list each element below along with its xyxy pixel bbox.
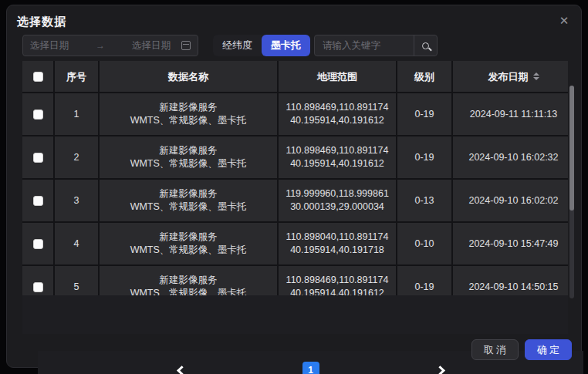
row-published: 2024-09-10 16:02:02 xyxy=(453,180,568,221)
search-input[interactable]: 请输入关键字 xyxy=(315,39,414,52)
search-box: 请输入关键字 xyxy=(314,35,438,56)
date-start-input[interactable]: 选择日期 xyxy=(30,39,69,52)
col-header-level: 级别 xyxy=(397,61,451,92)
row-checkbox-cell xyxy=(22,223,53,264)
select-data-dialog: 选择数据 ✕ 选择日期 → 选择日期 经纬度 墨卡托 请输入关键字 序 xyxy=(6,5,582,368)
row-level: 0-13 xyxy=(397,180,451,221)
row-checkbox[interactable] xyxy=(33,110,43,120)
table-row: 2 新建影像服务 WMTS、常规影像、墨卡托 110.898469,110.89… xyxy=(22,136,568,178)
table-header-row: 序号 数据名称 地理范围 级别 发布日期 xyxy=(22,61,568,92)
page-number-current[interactable]: 1 xyxy=(302,362,319,374)
table-scrollbar-thumb[interactable] xyxy=(569,86,574,211)
dialog-footer: 取消 确定 xyxy=(471,339,572,360)
col-header-name: 数据名称 xyxy=(100,61,277,92)
row-checkbox-cell xyxy=(22,93,53,135)
search-icon xyxy=(422,42,429,49)
row-level: 0-19 xyxy=(397,266,451,295)
row-extent-line2: 40.195914,40.191612 xyxy=(290,114,384,127)
projection-option-mercator[interactable]: 墨卡托 xyxy=(262,35,310,56)
row-name-line1: 新建影像服务 xyxy=(160,231,218,244)
col-header-index: 序号 xyxy=(55,61,98,92)
search-button[interactable] xyxy=(414,35,437,56)
date-range-picker[interactable]: 选择日期 → 选择日期 xyxy=(22,35,198,56)
row-extent: 110.898469,110.891174 40.195914,40.19161… xyxy=(279,93,396,135)
row-name: 新建影像服务 WMTS、常规影像、墨卡托 xyxy=(100,223,277,264)
row-published: 2024-09-10 14:50:15 xyxy=(453,266,568,295)
confirm-button[interactable]: 确定 xyxy=(525,339,572,360)
select-all-cell xyxy=(22,61,53,92)
row-extent-line1: 110.898469,110.891174 xyxy=(286,274,389,287)
row-name-line1: 新建影像服务 xyxy=(160,101,218,114)
row-published: 2024-09-11 11:11:13 xyxy=(453,93,568,135)
table-panel: 序号 数据名称 地理范围 级别 发布日期 1 新建影像服务 WMTS、常规影像、… xyxy=(22,61,568,334)
toolbar: 选择日期 → 选择日期 经纬度 墨卡托 请输入关键字 xyxy=(22,35,438,56)
row-checkbox[interactable] xyxy=(33,282,43,292)
row-name: 新建影像服务 WMTS、常规影像、墨卡托 xyxy=(100,266,277,295)
dialog-title: 选择数据 xyxy=(17,15,66,29)
row-index: 2 xyxy=(55,136,98,178)
sort-icon[interactable] xyxy=(533,72,539,80)
row-extent-line1: 110.898469,110.891174 xyxy=(286,144,389,157)
table-row: 3 新建影像服务 WMTS、常规影像、墨卡托 119.999960,118.99… xyxy=(22,180,568,221)
row-level: 0-10 xyxy=(397,223,451,264)
select-all-checkbox[interactable] xyxy=(33,72,43,82)
row-name-line2: WMTS、常规影像、墨卡托 xyxy=(130,114,247,127)
row-checkbox[interactable] xyxy=(33,239,43,249)
row-name-line2: WMTS、常规影像、墨卡托 xyxy=(130,157,247,170)
table-row: 4 新建影像服务 WMTS、常规影像、墨卡托 110.898040,110.89… xyxy=(22,223,568,264)
table-row: 5 新建影像服务 WMTS、常规影像、墨卡托 110.898469,110.89… xyxy=(22,266,568,295)
row-extent: 110.898040,110.891174 40.195914,40.19171… xyxy=(279,223,396,264)
row-index: 4 xyxy=(55,223,98,264)
row-extent: 110.898469,110.891174 40.195914,40.19161… xyxy=(279,266,396,295)
col-header-published[interactable]: 发布日期 xyxy=(453,61,568,92)
chevron-right-icon xyxy=(435,366,445,374)
row-name: 新建影像服务 WMTS、常规影像、墨卡托 xyxy=(100,93,277,135)
col-header-published-label: 发布日期 xyxy=(488,70,529,83)
next-page-button[interactable] xyxy=(433,362,450,374)
row-checkbox[interactable] xyxy=(33,153,43,163)
row-extent-line2: 30.000139,29.000034 xyxy=(290,200,384,214)
calendar-icon xyxy=(181,41,191,50)
row-published: 2024-09-10 15:47:49 xyxy=(453,223,568,264)
row-name-line2: WMTS、常规影像、墨卡托 xyxy=(130,200,247,214)
row-extent-line2: 40.195914,40.191612 xyxy=(290,287,384,295)
row-name-line1: 新建影像服务 xyxy=(160,274,218,287)
row-index: 3 xyxy=(55,180,98,221)
cancel-button[interactable]: 取消 xyxy=(471,339,519,360)
date-range-arrow: → xyxy=(69,40,132,51)
row-level: 0-19 xyxy=(397,136,451,178)
chevron-left-icon xyxy=(177,366,187,374)
row-checkbox-cell xyxy=(22,266,53,295)
row-name-line1: 新建影像服务 xyxy=(160,187,218,200)
row-extent-line1: 119.999960,118.999861 xyxy=(286,187,389,200)
row-extent: 119.999960,118.999861 30.000139,29.00003… xyxy=(279,180,396,221)
row-level: 0-19 xyxy=(397,93,451,135)
row-name: 新建影像服务 WMTS、常规影像、墨卡托 xyxy=(100,180,277,221)
row-index: 5 xyxy=(55,266,98,295)
row-extent-line1: 110.898469,110.891174 xyxy=(286,101,389,114)
row-name-line2: WMTS、常规影像、墨卡托 xyxy=(130,244,247,257)
row-checkbox-cell xyxy=(22,136,53,178)
row-extent: 110.898469,110.891174 40.195914,40.19161… xyxy=(279,136,396,178)
row-name: 新建影像服务 WMTS、常规影像、墨卡托 xyxy=(100,136,277,178)
close-icon[interactable]: ✕ xyxy=(556,13,572,29)
row-name-line1: 新建影像服务 xyxy=(160,144,218,157)
col-header-extent: 地理范围 xyxy=(279,61,396,92)
prev-page-button[interactable] xyxy=(172,362,189,374)
projection-option-latlon[interactable]: 经纬度 xyxy=(213,35,262,56)
row-extent-line2: 40.195914,40.191718 xyxy=(290,244,384,257)
row-checkbox[interactable] xyxy=(33,196,43,206)
data-table: 序号 数据名称 地理范围 级别 发布日期 1 新建影像服务 WMTS、常规影像、… xyxy=(22,61,568,295)
row-index: 1 xyxy=(55,93,98,135)
row-extent-line1: 110.898040,110.891174 xyxy=(286,231,389,244)
row-published: 2024-09-10 16:02:32 xyxy=(453,136,568,178)
row-name-line2: WMTS、常规影像、墨卡托 xyxy=(130,287,247,295)
table-scrollbar-track[interactable] xyxy=(569,86,574,298)
table-row: 1 新建影像服务 WMTS、常规影像、墨卡托 110.898469,110.89… xyxy=(22,93,568,135)
date-end-input[interactable]: 选择日期 xyxy=(132,39,171,52)
row-extent-line2: 40.195914,40.191612 xyxy=(290,157,384,170)
row-checkbox-cell xyxy=(22,180,53,221)
projection-toggle: 经纬度 墨卡托 xyxy=(213,35,310,56)
